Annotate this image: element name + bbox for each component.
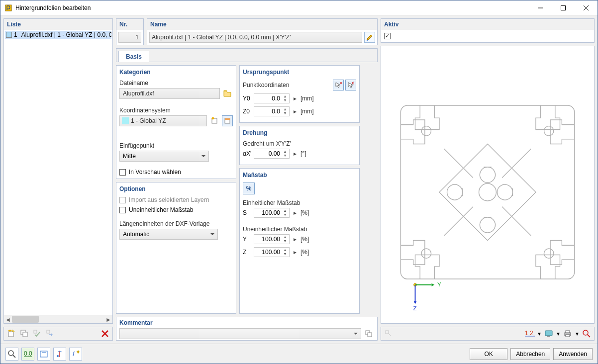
z0-more-button[interactable]: ▸ xyxy=(292,108,299,115)
app-icon xyxy=(4,4,12,12)
tab-basis[interactable]: Basis xyxy=(118,51,149,62)
footer-function-button[interactable]: f✦ xyxy=(69,348,82,361)
preview-print-button[interactable] xyxy=(562,328,573,339)
close-button[interactable] xyxy=(575,0,598,15)
minimize-button[interactable] xyxy=(529,0,552,15)
y0-input[interactable]: 0.0▲▼ xyxy=(254,93,290,103)
svg-text:1 2 3: 1 2 3 xyxy=(525,330,535,337)
svg-point-28 xyxy=(421,249,431,258)
axis-z-label: Z xyxy=(413,305,417,311)
uneinh-checkbox[interactable]: Uneinheitlicher Maßstab xyxy=(119,206,233,213)
name-input[interactable]: Aluprofil.dxf | 1 - Global YZ | 0.0, 0.0… xyxy=(149,32,362,43)
aktiv-header: Aktiv xyxy=(381,19,594,30)
footer-view-1-button[interactable] xyxy=(37,348,50,361)
vorschau-checkbox[interactable]: In Vorschau wählen xyxy=(119,169,233,176)
optionen-header: Optionen xyxy=(119,185,233,192)
preview-display-button[interactable] xyxy=(543,328,554,339)
pick-point-2-button[interactable] xyxy=(345,80,356,91)
svg-text:✦: ✦ xyxy=(76,350,80,356)
svg-text:f: f xyxy=(73,351,75,358)
svg-rect-23 xyxy=(368,333,372,337)
svg-point-21 xyxy=(352,82,354,84)
kommentar-header: Kommentar xyxy=(119,319,374,326)
footer-units-button[interactable]: 0,00 xyxy=(21,348,34,361)
z0-input[interactable]: 0.0▲▼ xyxy=(254,106,290,116)
preview-toolbar: 1 2 3 ▾ ▾ ▾ xyxy=(381,327,595,341)
z-label: Z xyxy=(243,249,252,256)
y-scale-input[interactable]: 100.00▲▼ xyxy=(254,234,290,244)
svg-rect-41 xyxy=(566,331,570,333)
y0-more-button[interactable]: ▸ xyxy=(292,95,299,102)
scroll-right-icon[interactable]: ► xyxy=(104,315,112,324)
new-coordsys-button[interactable]: ✦ xyxy=(209,115,220,126)
select-coordsys-button[interactable] xyxy=(222,115,233,126)
svg-text:✦: ✦ xyxy=(210,117,215,122)
preview-display-dropdown[interactable]: ▾ xyxy=(556,328,561,339)
laenge-label: Längeneinheiten der DXF-Vorlage xyxy=(119,220,233,227)
spin-up-icon[interactable]: ▲ xyxy=(282,94,289,98)
copy-item-button[interactable] xyxy=(19,328,30,339)
ax-input[interactable]: 0.00▲▼ xyxy=(254,149,290,159)
delete-item-button[interactable] xyxy=(100,328,110,339)
footer-view-2-button[interactable] xyxy=(53,348,66,361)
dateiname-label: Dateiname xyxy=(119,80,233,87)
footer-search-button[interactable] xyxy=(5,348,18,361)
percent-mode-button[interactable]: % xyxy=(243,182,255,194)
laenge-select[interactable]: Automatic xyxy=(119,229,218,240)
uneinh-massstab-label: Uneinheitlicher Maßstab xyxy=(243,226,356,233)
kommentar-combo[interactable] xyxy=(119,328,361,339)
kommentar-pick-button[interactable] xyxy=(363,328,374,339)
pick-point-1-button[interactable] xyxy=(333,80,344,91)
s-input[interactable]: 100.00▲▼ xyxy=(254,208,290,218)
preview-numbers-dropdown[interactable]: ▾ xyxy=(537,328,542,339)
browse-file-button[interactable] xyxy=(222,88,233,99)
nr-header: Nr. xyxy=(116,19,143,30)
new-item-button[interactable]: ✦ xyxy=(6,328,17,339)
list-item-number: 1 xyxy=(14,31,19,38)
tab-bar: Basis xyxy=(116,48,378,62)
ursprung-header: Ursprungspunkt xyxy=(243,69,356,76)
ax-more-button[interactable]: ▸ xyxy=(292,150,299,157)
horizontal-scrollbar[interactable]: ◄ ► xyxy=(4,315,112,323)
list-header: Liste xyxy=(4,19,112,30)
maximize-button[interactable] xyxy=(552,0,575,15)
link-arrow-button[interactable] xyxy=(45,328,56,339)
svg-line-46 xyxy=(13,355,15,358)
link-checked-button[interactable] xyxy=(32,328,43,339)
einh-massstab-label: Einheitlicher Maßstab xyxy=(243,199,356,206)
z-scale-input[interactable]: 100.00▲▼ xyxy=(254,247,290,257)
svg-rect-9 xyxy=(23,332,27,337)
kategorien-header: Kategorien xyxy=(119,69,233,76)
svg-marker-32 xyxy=(431,283,434,286)
axis-y-label: Y xyxy=(437,281,441,287)
preview-zoom-reset-button[interactable] xyxy=(581,328,592,339)
aktiv-checkbox[interactable]: ✓ xyxy=(384,33,591,39)
list-box[interactable]: 1 Aluprofil.dxf | 1 - Global YZ | 0.0, 0… xyxy=(4,30,112,315)
ok-button[interactable]: OK xyxy=(470,348,507,360)
drehung-header: Drehung xyxy=(243,129,356,136)
spin-down-icon[interactable]: ▼ xyxy=(282,98,289,102)
import-layer-checkbox: Import aus selektierten Layern xyxy=(119,196,233,203)
punkt-label: Punktkoordinaten xyxy=(243,82,289,89)
preview-numbers-button[interactable]: 1 2 3 xyxy=(524,328,535,339)
footer: 0,00 f✦ OK Abbrechen Anwenden xyxy=(0,344,598,364)
name-header: Name xyxy=(147,19,377,30)
scroll-left-icon[interactable]: ◄ xyxy=(4,315,12,324)
list-item-swatch xyxy=(6,32,12,38)
einfuege-select[interactable]: Mitte xyxy=(119,151,209,162)
scroll-thumb[interactable] xyxy=(12,316,39,323)
cancel-button[interactable]: Abbrechen xyxy=(510,348,550,360)
preview-tool-1-button[interactable] xyxy=(383,328,394,339)
nr-input[interactable]: 1 xyxy=(118,32,141,43)
s-label: S xyxy=(243,209,252,216)
dateiname-input[interactable]: Aluprofil.dxf xyxy=(119,88,220,99)
svg-text:0,00: 0,00 xyxy=(24,351,32,357)
list-item[interactable]: 1 Aluprofil.dxf | 1 - Global YZ | 0.0, 0… xyxy=(5,31,111,39)
koord-input[interactable]: 1 - Global YZ xyxy=(119,115,207,126)
edit-name-button[interactable] xyxy=(364,32,375,43)
window-title: Hintergrundfolien bearbeiten xyxy=(15,4,529,11)
titlebar: Hintergrundfolien bearbeiten xyxy=(0,0,598,15)
svg-rect-39 xyxy=(547,336,550,337)
apply-button[interactable]: Anwenden xyxy=(553,348,593,360)
preview-print-dropdown[interactable]: ▾ xyxy=(575,328,580,339)
